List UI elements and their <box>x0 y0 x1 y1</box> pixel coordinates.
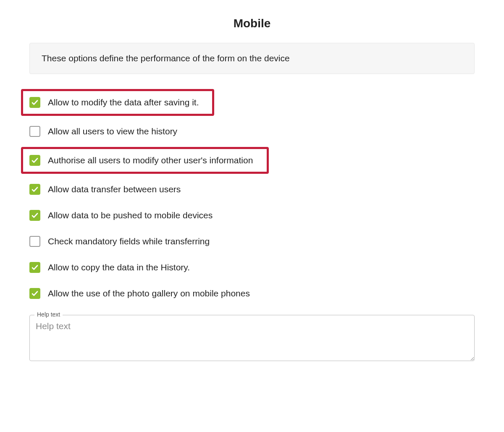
check-icon <box>31 290 39 297</box>
options-list: Allow to modify the data after saving it… <box>29 86 475 306</box>
option-allow-push-mobile-label[interactable]: Allow data to be pushed to mobile device… <box>48 210 213 220</box>
option-row: Check mandatory fields while transferrin… <box>29 228 475 254</box>
option-row: Allow the use of the photo gallery on mo… <box>29 280 475 306</box>
option-allow-data-transfer-checkbox[interactable] <box>29 184 40 195</box>
option-check-mandatory-transfer-label[interactable]: Check mandatory fields while transferrin… <box>48 236 210 246</box>
option-allow-modify-after-save-checkbox[interactable] <box>29 97 40 108</box>
option-allow-copy-history-checkbox[interactable] <box>29 262 40 273</box>
check-icon <box>31 157 39 164</box>
info-box: These options define the performance of … <box>29 43 475 74</box>
help-text-input[interactable] <box>29 315 475 361</box>
help-text-fieldset: Help text <box>29 315 475 363</box>
option-allow-view-history-checkbox[interactable] <box>29 126 40 137</box>
help-text-legend: Help text <box>34 311 63 318</box>
option-allow-photo-gallery-checkbox[interactable] <box>29 288 40 299</box>
option-check-mandatory-transfer-checkbox[interactable] <box>29 236 40 247</box>
check-icon <box>31 212 39 219</box>
option-row: Allow data to be pushed to mobile device… <box>29 202 475 228</box>
option-allow-push-mobile-checkbox[interactable] <box>29 210 40 221</box>
option-authorise-modify-others-checkbox[interactable] <box>29 155 40 166</box>
check-icon <box>31 186 39 193</box>
check-icon <box>31 264 39 271</box>
option-allow-copy-history-label[interactable]: Allow to copy the data in the History. <box>48 262 190 272</box>
option-allow-photo-gallery-label[interactable]: Allow the use of the photo gallery on mo… <box>48 288 250 298</box>
option-allow-data-transfer-label[interactable]: Allow data transfer between users <box>48 184 181 194</box>
option-row: Allow to copy the data in the History. <box>29 254 475 280</box>
option-row: Allow to modify the data after saving it… <box>21 89 214 116</box>
check-icon <box>31 99 39 106</box>
option-row: Authorise all users to modify other user… <box>21 147 269 174</box>
page-title: Mobile <box>29 17 475 30</box>
option-row: Allow data transfer between users <box>29 176 475 202</box>
option-row: Allow all users to view the history <box>29 118 475 144</box>
option-authorise-modify-others-label[interactable]: Authorise all users to modify other user… <box>48 155 253 165</box>
option-allow-view-history-label[interactable]: Allow all users to view the history <box>48 126 177 136</box>
option-allow-modify-after-save-label[interactable]: Allow to modify the data after saving it… <box>48 97 199 107</box>
